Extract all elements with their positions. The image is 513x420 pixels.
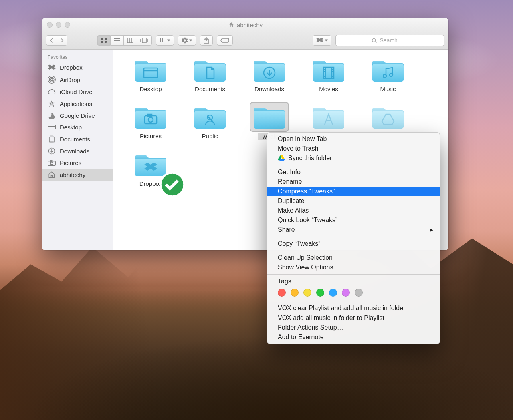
tag-color[interactable] [303, 289, 311, 297]
tag-color[interactable] [355, 289, 363, 297]
menu-item-label: Open in New Tab [278, 135, 327, 143]
folder-desktop[interactable]: Desktop [121, 57, 180, 92]
search-input[interactable] [379, 37, 409, 44]
menu-show-view-options[interactable]: Show View Options [267, 263, 440, 272]
tag-color[interactable] [316, 289, 324, 297]
menu-item-label: Copy “Tweaks” [278, 240, 321, 247]
sidebar-section-header: Favorites [42, 54, 113, 62]
submenu-arrow-icon: ▶ [430, 227, 433, 233]
menu-make-alias[interactable]: Make Alias [267, 206, 440, 215]
folder-icon [134, 104, 167, 130]
sidebar-item-downloads[interactable]: Downloads [42, 145, 113, 157]
back-button[interactable] [46, 35, 57, 46]
search-field[interactable] [335, 35, 444, 46]
svg-line-20 [375, 41, 376, 42]
tags-button[interactable] [217, 35, 233, 46]
svg-rect-3 [101, 41, 103, 43]
menu-open-in-new-tab[interactable]: Open in New Tab [267, 134, 440, 144]
forward-button[interactable] [57, 35, 67, 46]
svg-rect-2 [105, 38, 107, 40]
folder-label: Documents [195, 86, 225, 92]
menu-move-to-trash[interactable]: Move to Trash [267, 144, 440, 153]
folder-icon [194, 104, 226, 130]
search-icon [372, 38, 377, 43]
share-button[interactable] [200, 35, 213, 46]
folder-icon [312, 104, 345, 130]
folder-movies[interactable]: Movies [299, 57, 358, 92]
window-title: abhitechy [42, 22, 448, 28]
sidebar-item-abhitechy[interactable]: abhitechy [42, 169, 113, 181]
nav-buttons [46, 35, 67, 46]
menu-add-to-evernote[interactable]: Add to Evernote [267, 332, 440, 342]
menu-get-info[interactable]: Get Info [267, 167, 440, 177]
menu-share[interactable]: Share▶ [267, 225, 440, 235]
folder-documents[interactable]: Documents [180, 57, 240, 92]
column-view-button[interactable] [124, 35, 137, 46]
folder-icon [194, 57, 226, 83]
sidebar-item-google-drive[interactable]: Google Drive [42, 110, 113, 121]
menu-quick-look-tweaks[interactable]: Quick Look “Tweaks” [267, 215, 440, 225]
dropbox-toolbar-button[interactable] [313, 35, 331, 46]
folder-public[interactable]: Public [180, 104, 240, 140]
sidebar-item-airdrop[interactable]: AirDrop [42, 73, 113, 86]
sidebar-item-label: AirDrop [60, 76, 80, 83]
menu-item-label: Get Info [278, 169, 301, 176]
menu-sync-this-folder[interactable]: Sync this folder [267, 153, 440, 163]
folder-icon [134, 151, 167, 178]
sidebar-item-label: Downloads [60, 148, 89, 155]
menu-item-label: Move to Trash [278, 145, 318, 152]
downloads-icon [48, 147, 56, 155]
sidebar-item-icloud-drive[interactable]: iCloud Drive [42, 86, 113, 98]
coverflow-view-button[interactable] [137, 35, 152, 46]
menu-rename[interactable]: Rename [267, 177, 440, 187]
menu-item-label: Make Alias [278, 207, 309, 214]
menu-copy-tweaks[interactable]: Copy “Tweaks” [267, 239, 440, 249]
sidebar-item-desktop[interactable]: Desktop [42, 121, 113, 133]
svg-rect-15 [162, 38, 163, 40]
list-view-button[interactable] [111, 35, 124, 46]
folder-label: Music [380, 86, 396, 92]
svg-rect-1 [101, 38, 103, 40]
tag-color[interactable] [291, 289, 299, 297]
menu-clean-up-selection[interactable]: Clean Up Selection [267, 253, 440, 263]
folder-label: Desktop [139, 86, 162, 92]
sidebar-item-label: iCloud Drive [60, 88, 93, 95]
sidebar-item-label: Applications [60, 100, 92, 107]
titlebar[interactable]: abhitechy [42, 18, 448, 32]
svg-rect-24 [48, 125, 55, 129]
menu-item-label: Rename [278, 178, 302, 185]
sidebar-item-pictures[interactable]: Pictures [42, 157, 113, 169]
folder-downloads[interactable]: Downloads [240, 57, 299, 92]
svg-rect-16 [160, 40, 161, 42]
folder-icon [253, 57, 286, 83]
menu-compress-tweaks[interactable]: Compress “Tweaks” [267, 187, 440, 196]
tag-color[interactable] [329, 289, 337, 297]
menu-folder-actions-setup[interactable]: Folder Actions Setup… [267, 323, 440, 332]
sidebar-item-documents[interactable]: Documents [42, 133, 113, 145]
menu-item-label: VOX add all music in folder to Playlist [278, 314, 384, 322]
sidebar-item-applications[interactable]: Applications [42, 98, 113, 110]
tag-color[interactable] [278, 289, 286, 297]
menu-item-label: Share [278, 226, 295, 233]
tag-color[interactable] [342, 289, 350, 297]
menu-item-label: Show View Options [278, 264, 333, 271]
folder-music[interactable]: Music [358, 57, 418, 92]
folder-label: Pictures [140, 133, 162, 139]
menu-vox-add-all-music-in-folder-to-playlist[interactable]: VOX add all music in folder to Playlist [267, 313, 440, 323]
folder-dropbox[interactable]: Dropbox [121, 151, 180, 187]
menu-tags[interactable]: Tags… [267, 277, 440, 286]
arrange-button[interactable] [156, 35, 174, 46]
action-button[interactable] [178, 35, 196, 46]
view-mode-buttons [97, 35, 152, 46]
menu-item-label: Clean Up Selection [278, 254, 333, 261]
folder-label: Movies [319, 86, 338, 92]
menu-duplicate[interactable]: Duplicate [267, 196, 440, 206]
menu-vox-clear-playlist-and-add-all-music-in-folder[interactable]: VOX clear Playlist and add all music in … [267, 303, 440, 313]
menu-item-label: Duplicate [278, 197, 305, 205]
airdrop-icon [48, 76, 56, 84]
sidebar-item-dropbox[interactable]: Dropbox [42, 62, 113, 73]
icon-view-button[interactable] [97, 35, 111, 46]
folder-icon [312, 57, 345, 83]
folder-pictures[interactable]: Pictures [121, 104, 180, 140]
svg-rect-4 [105, 41, 107, 43]
